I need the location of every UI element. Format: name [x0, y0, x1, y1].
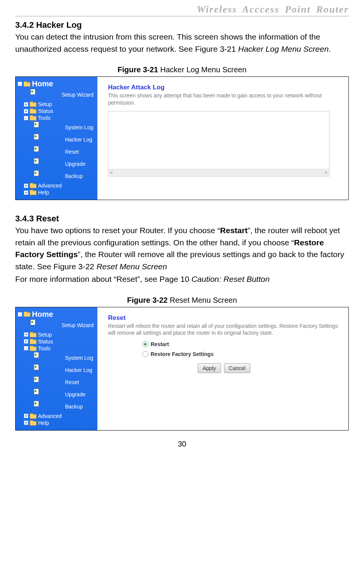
figure2-caption-bold: Figure 3-22	[127, 296, 168, 304]
radio-unchecked-icon[interactable]	[142, 351, 148, 357]
figure2-caption-rest: Reset Menu Screen	[168, 296, 237, 304]
sidebar-item-help[interactable]: + Help	[16, 420, 97, 426]
sidebar-item-setup[interactable]: + Setup	[16, 331, 97, 338]
sidebar-item-advanced[interactable]: + Advanced	[16, 182, 97, 189]
text: For more information about “Reset”, see …	[15, 275, 191, 283]
sidebar-item-upgrade[interactable]: Upgrade	[16, 388, 97, 400]
folder-icon	[24, 81, 30, 87]
expand-icon[interactable]: +	[24, 421, 28, 425]
sidebar-item-advanced[interactable]: + Advanced	[16, 413, 97, 420]
radio-restart[interactable]: Restart	[142, 341, 340, 347]
page-icon	[33, 377, 64, 388]
sidebar-item-reset[interactable]: Reset	[16, 376, 97, 388]
sidebar-item-label: Help	[38, 420, 49, 426]
expand-icon[interactable]: +	[24, 414, 28, 418]
page-number: 30	[15, 440, 349, 448]
text: You have two options to reset your Route…	[15, 226, 220, 235]
sidebar-item-label: Tools	[38, 115, 51, 121]
sidebar-item-system-log[interactable]: System Log	[16, 121, 97, 133]
text-italic: Hacker Log Menu Screen	[238, 44, 329, 53]
sidebar-home-label: Home	[32, 310, 53, 319]
panel-description: Restart will reboot the router and retai…	[108, 323, 340, 337]
folder-icon	[30, 332, 37, 337]
section-heading-hacker-log: 3.4.2 Hacker Log	[15, 20, 349, 30]
sidebar-item-setup[interactable]: + Setup	[16, 101, 97, 108]
sidebar-home[interactable]: - Home	[16, 310, 97, 319]
sidebar-item-label: Hacker Log	[65, 367, 92, 373]
sidebar-item-status[interactable]: + Status	[16, 338, 97, 345]
sidebar-item-label: Backup	[65, 173, 83, 179]
sidebar-item-label: Setup Wizard	[62, 92, 94, 98]
sidebar-item-tools[interactable]: - Tools	[16, 114, 97, 121]
panel-title: Reset	[108, 314, 340, 322]
page-icon	[33, 170, 64, 182]
sidebar-item-backup[interactable]: Backup	[16, 400, 97, 413]
figure1-screenshot: - Home Setup Wizard + Setup + Status -	[15, 76, 349, 200]
figure1-content: Hacker Attack Log This screen shows any …	[97, 77, 348, 200]
sidebar-item-system-log[interactable]: System Log	[16, 352, 97, 364]
sidebar-item-hacker-log[interactable]: Hacker Log	[16, 364, 97, 376]
sidebar-item-setup-wizard[interactable]: Setup Wizard	[16, 89, 97, 101]
sidebar-item-label: Advanced	[38, 413, 62, 419]
page-icon	[33, 401, 64, 412]
sidebar-item-reset[interactable]: Reset	[16, 146, 97, 158]
radio-label: Restore Factory Settings	[151, 351, 214, 357]
collapse-icon[interactable]: -	[18, 82, 22, 86]
sidebar-item-setup-wizard[interactable]: Setup Wizard	[16, 319, 97, 331]
expand-icon[interactable]: +	[24, 109, 28, 113]
radio-restore-factory[interactable]: Restore Factory Settings	[142, 351, 340, 357]
button-row: Apply Cancel	[108, 363, 340, 373]
expand-icon[interactable]: +	[24, 184, 28, 188]
section-heading-reset: 3.4.3 Reset	[15, 214, 349, 224]
expand-icon[interactable]: +	[24, 332, 28, 337]
apply-button[interactable]: Apply	[198, 363, 221, 373]
sidebar-item-status[interactable]: + Status	[16, 108, 97, 114]
page-icon	[33, 158, 64, 170]
folder-icon	[30, 183, 37, 188]
scrollbar[interactable]: < >	[108, 169, 329, 176]
sidebar-item-label: System Log	[65, 355, 93, 361]
panel-title: Hacker Attack Log	[108, 84, 340, 91]
header-title: Wireless Acccess Point Router	[197, 4, 349, 15]
text-bold: Restart	[220, 226, 248, 235]
scroll-right-icon[interactable]: >	[324, 170, 327, 175]
folder-icon	[30, 115, 37, 121]
radio-label: Restart	[151, 341, 169, 347]
sidebar-item-label: Reset	[65, 149, 79, 155]
text-italic: Reset Menu Screen	[97, 262, 167, 271]
sidebar-item-hacker-log[interactable]: Hacker Log	[16, 133, 97, 146]
sidebar-item-label: Backup	[65, 404, 83, 410]
radio-checked-icon[interactable]	[142, 341, 148, 347]
sidebar-item-label: Upgrade	[65, 391, 86, 397]
sidebar-item-label: Advanced	[38, 183, 62, 189]
sidebar-item-label: Tools	[38, 345, 51, 351]
sidebar-item-label: Status	[38, 108, 53, 114]
sidebar-item-label: Hacker Log	[65, 137, 92, 143]
sidebar-home[interactable]: - Home	[16, 79, 97, 89]
folder-icon	[30, 346, 37, 351]
collapse-icon[interactable]: -	[24, 346, 28, 350]
figure1-caption: Figure 3-21 Hacker Log Menu Screen	[15, 65, 349, 74]
sidebar-item-backup[interactable]: Backup	[16, 170, 97, 182]
expand-icon[interactable]: +	[24, 339, 28, 343]
sidebar-item-label: Setup Wizard	[62, 322, 94, 328]
sidebar-item-upgrade[interactable]: Upgrade	[16, 158, 97, 170]
sidebar-item-label: System Log	[65, 124, 93, 130]
figure1-sidebar: - Home Setup Wizard + Setup + Status -	[16, 77, 97, 200]
scroll-left-icon[interactable]: <	[110, 170, 113, 175]
expand-icon[interactable]: +	[24, 102, 28, 106]
collapse-icon[interactable]: -	[18, 312, 22, 316]
cancel-button[interactable]: Cancel	[224, 363, 251, 373]
sidebar-item-tools[interactable]: - Tools	[16, 345, 97, 352]
sidebar-item-help[interactable]: + Help	[16, 189, 97, 196]
expand-icon[interactable]: +	[24, 191, 28, 195]
figure2-sidebar: - Home Setup Wizard + Setup + Status -	[16, 307, 97, 430]
collapse-icon[interactable]: -	[24, 116, 28, 120]
page-icon	[33, 364, 64, 376]
sidebar-item-label: Status	[38, 338, 53, 345]
panel-description: This screen shows any attempt that has b…	[108, 92, 340, 106]
hacker-log-textarea[interactable]: < >	[108, 111, 329, 176]
folder-icon	[30, 108, 37, 114]
section2-paragraph2: For more information about “Reset”, see …	[15, 273, 349, 285]
page-icon	[30, 89, 60, 100]
